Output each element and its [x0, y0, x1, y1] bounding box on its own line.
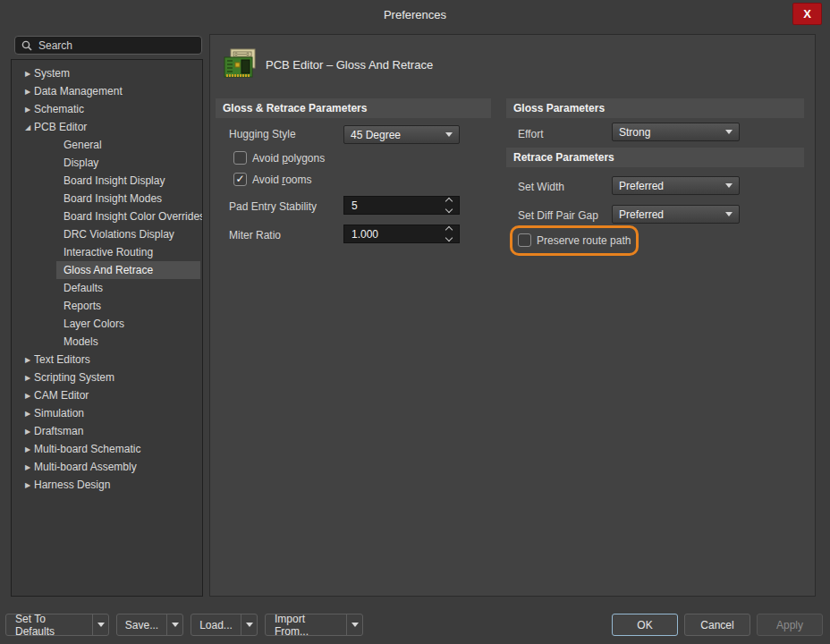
tree-collapsed-icon[interactable]: ▶ — [12, 445, 33, 453]
tree-collapsed-icon[interactable]: ▶ — [12, 106, 33, 114]
sidebar-item-label: Defaults — [56, 279, 103, 297]
tree-collapsed-icon[interactable]: ▶ — [12, 463, 33, 471]
preferences-tree: ▶System▶Data Management▶Schematic◢PCB Ed… — [11, 59, 203, 597]
effort-dropdown[interactable]: Strong — [612, 123, 740, 141]
sidebar-item-label: Reports — [56, 297, 101, 315]
avoid-rooms-label[interactable]: Avoid rooms — [252, 174, 311, 186]
sidebar-item-text-editors[interactable]: ▶Text Editors — [12, 351, 202, 369]
tree-collapsed-icon[interactable]: ▶ — [12, 410, 33, 418]
sidebar-item-label: Simulation — [33, 404, 84, 422]
sidebar-item-board-insight-display[interactable]: Board Insight Display — [12, 172, 202, 190]
pad-entry-stability-input[interactable]: 5 — [343, 196, 460, 215]
sidebar-item-system[interactable]: ▶System — [12, 64, 202, 82]
hugging-style-label: Hugging Style — [229, 128, 296, 140]
sidebar-item-label: Board Insight Modes — [56, 190, 162, 208]
sidebar-item-label: Gloss And Retrace — [56, 261, 200, 279]
preserve-route-path-label[interactable]: Preserve route path — [537, 234, 631, 247]
set-diff-pair-gap-value: Preferred — [619, 208, 664, 221]
pad-entry-stability-value: 5 — [351, 199, 358, 212]
spinner-arrows-icon[interactable] — [443, 225, 459, 242]
sidebar-item-harness-design[interactable]: ▶Harness Design — [12, 476, 202, 494]
set-diff-pair-gap-label: Set Diff Pair Gap — [518, 209, 598, 222]
sidebar-item-board-insight-color-overrides[interactable]: Board Insight Color Overrides — [12, 208, 202, 225]
section-gloss-retrace-parameters: Gloss & Retrace Parameters — [216, 98, 491, 118]
sidebar-item-multi-board-assembly[interactable]: ▶Multi-board Assembly — [12, 458, 202, 476]
search-icon — [21, 40, 32, 51]
chevron-down-icon[interactable] — [346, 614, 362, 635]
set-diff-pair-gap-dropdown[interactable]: Preferred — [612, 205, 740, 224]
sidebar-item-label: Interactive Routing — [56, 243, 153, 261]
footer-left-buttons: Set To Defaults Save... Load... Import F… — [5, 614, 363, 636]
sidebar-item-interactive-routing[interactable]: Interactive Routing — [12, 243, 202, 261]
sidebar-item-scripting-system[interactable]: ▶Scripting System — [12, 369, 202, 386]
search-placeholder: Search — [38, 39, 72, 52]
sidebar-item-label: Layer Colors — [56, 315, 124, 333]
chevron-down-icon — [725, 130, 733, 134]
import-from-button[interactable]: Import From... — [265, 614, 363, 636]
avoid-rooms-checkbox[interactable]: ✓ — [233, 173, 247, 186]
ok-button[interactable]: OK — [612, 614, 678, 636]
spinner-arrows-icon[interactable] — [443, 197, 459, 214]
tree-collapsed-icon[interactable]: ▶ — [12, 356, 33, 364]
sidebar-item-label: Multi-board Schematic — [33, 440, 140, 458]
save-button[interactable]: Save... — [116, 614, 183, 636]
sidebar-item-board-insight-modes[interactable]: Board Insight Modes — [12, 190, 202, 208]
miter-ratio-input[interactable]: 1.000 — [343, 225, 460, 243]
footer-right-buttons: OK Cancel Apply — [612, 614, 823, 636]
chevron-down-icon[interactable] — [166, 614, 182, 635]
sidebar-item-pcb-editor[interactable]: ◢PCB Editor — [12, 118, 202, 136]
sidebar-item-drc-violations-display[interactable]: DRC Violations Display — [12, 225, 202, 243]
cancel-button[interactable]: Cancel — [684, 614, 750, 636]
chevron-down-icon — [725, 212, 733, 216]
sidebar-item-layer-colors[interactable]: Layer Colors — [12, 315, 202, 333]
tree-collapsed-icon[interactable]: ▶ — [12, 70, 33, 78]
section-gloss-parameters: Gloss Parameters — [506, 98, 804, 118]
section-retrace-parameters: Retrace Parameters — [506, 148, 804, 167]
set-width-value: Preferred — [619, 180, 664, 192]
tree-collapsed-icon[interactable]: ▶ — [12, 392, 33, 400]
avoid-polygons-label[interactable]: Avoid polygons — [252, 152, 325, 165]
sidebar-item-defaults[interactable]: Defaults — [12, 279, 202, 297]
sidebar-item-gloss-and-retrace[interactable]: Gloss And Retrace — [12, 261, 202, 279]
apply-button[interactable]: Apply — [757, 614, 823, 636]
tree-collapsed-icon[interactable]: ▶ — [12, 374, 33, 382]
titlebar: Preferences X — [0, 0, 830, 29]
sidebar-item-label: Harness Design — [33, 476, 110, 494]
content-panel: PCB Editor – Gloss And Retrace Gloss & R… — [209, 34, 816, 597]
hugging-style-dropdown[interactable]: 45 Degree — [343, 125, 460, 144]
set-width-dropdown[interactable]: Preferred — [612, 176, 740, 195]
tree-collapsed-icon[interactable]: ▶ — [12, 428, 33, 436]
sidebar-item-label: Text Editors — [33, 351, 90, 369]
set-to-defaults-button[interactable]: Set To Defaults — [5, 614, 109, 636]
preserve-route-path-checkbox[interactable] — [518, 233, 531, 247]
load-button[interactable]: Load... — [191, 614, 258, 636]
sidebar-item-simulation[interactable]: ▶Simulation — [12, 404, 202, 422]
sidebar-item-cam-editor[interactable]: ▶CAM Editor — [12, 386, 202, 404]
sidebar-item-schematic[interactable]: ▶Schematic — [12, 100, 202, 118]
chevron-down-icon[interactable] — [92, 614, 108, 635]
search-input[interactable]: Search — [14, 36, 202, 55]
sidebar-item-draftsman[interactable]: ▶Draftsman — [12, 422, 202, 440]
tree-collapsed-icon[interactable]: ▶ — [12, 88, 33, 96]
sidebar-item-data-management[interactable]: ▶Data Management — [12, 82, 202, 100]
sidebar-item-label: CAM Editor — [33, 386, 89, 404]
avoid-polygons-checkbox[interactable] — [233, 151, 247, 165]
close-button[interactable]: X — [792, 3, 822, 25]
sidebar-item-label: Board Insight Display — [56, 172, 165, 190]
page-title: PCB Editor – Gloss And Retrace — [266, 58, 433, 72]
hugging-style-value: 45 Degree — [351, 129, 401, 141]
sidebar-item-models[interactable]: Models — [12, 333, 202, 351]
sidebar-item-label: Schematic — [33, 100, 84, 118]
miter-ratio-label: Miter Ratio — [229, 229, 281, 242]
sidebar-item-label: General — [56, 136, 102, 154]
sidebar-item-label: Display — [56, 154, 98, 172]
window-title: Preferences — [0, 8, 830, 21]
tree-expanded-icon[interactable]: ◢ — [12, 123, 33, 131]
sidebar-item-reports[interactable]: Reports — [12, 297, 202, 315]
chevron-down-icon[interactable] — [241, 614, 257, 635]
sidebar-item-display[interactable]: Display — [12, 154, 202, 172]
sidebar-item-multi-board-schematic[interactable]: ▶Multi-board Schematic — [12, 440, 202, 458]
tree-collapsed-icon[interactable]: ▶ — [12, 481, 33, 489]
sidebar-item-general[interactable]: General — [12, 136, 202, 154]
pad-entry-stability-label: Pad Entry Stability — [229, 200, 317, 213]
